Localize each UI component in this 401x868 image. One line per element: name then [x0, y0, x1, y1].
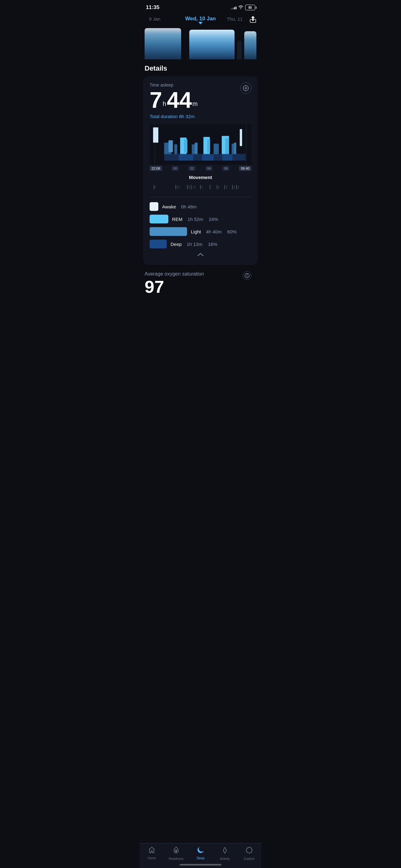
info-icon[interactable]	[243, 271, 252, 280]
oxygen-label: Average oxygen saturation	[144, 271, 204, 277]
svg-point-2	[243, 86, 248, 91]
svg-point-53	[247, 274, 247, 275]
time-asleep-value: 7 h 44 m	[149, 89, 252, 111]
svg-rect-10	[153, 127, 158, 143]
hours-unit: h	[163, 100, 166, 107]
date-prev[interactable]: 9 Jan	[149, 16, 161, 22]
svg-rect-28	[202, 155, 213, 161]
time-minutes: 44	[167, 89, 192, 111]
deep-color	[149, 240, 167, 248]
share-button[interactable]	[249, 16, 257, 25]
time-start: 22:08	[149, 166, 162, 171]
svg-rect-22	[225, 138, 229, 154]
movement-chart	[149, 183, 252, 192]
status-bar: 11:35 85	[140, 0, 261, 13]
svg-rect-27	[179, 155, 193, 161]
sleep-hypnogram-chart	[149, 124, 252, 165]
light-label: Light	[191, 229, 201, 234]
svg-rect-13	[174, 144, 177, 155]
deep-pct: 16%	[208, 242, 218, 247]
signal-icon	[231, 6, 236, 9]
settings-icon[interactable]	[240, 83, 252, 94]
time-end: 06:40	[239, 166, 252, 171]
svg-rect-17	[195, 143, 197, 155]
rem-label: REM	[172, 217, 182, 222]
chart-block-next	[244, 31, 257, 59]
time-06: 06	[222, 166, 230, 171]
stage-deep: Deep 1h 13m 16%	[149, 240, 252, 248]
divider	[149, 197, 252, 197]
battery-icon: 85	[245, 5, 255, 10]
date-indicator	[198, 22, 203, 24]
stage-rem: REM 1h 52m 24%	[149, 215, 252, 223]
svg-rect-19	[207, 140, 210, 153]
svg-rect-15	[184, 140, 188, 153]
deep-label: Deep	[170, 242, 182, 247]
time-00: 00	[171, 166, 179, 171]
time-labels: 22:08 00 02 04 06 06:40	[149, 166, 252, 171]
movement-label: Movement	[149, 175, 252, 180]
collapse-button[interactable]	[149, 252, 252, 259]
date-next[interactable]: Thu, 11	[227, 16, 243, 22]
minutes-unit: m	[192, 100, 198, 107]
awake-label: Awake	[162, 204, 176, 209]
time-04: 04	[205, 166, 213, 171]
rem-time: 1h 52m	[188, 217, 203, 222]
date-navigation: 9 Jan Wed, 10 Jan Thu, 11	[140, 13, 261, 22]
awake-time: 0h 48m	[181, 204, 197, 209]
date-current: Wed, 10 Jan	[185, 16, 216, 22]
rem-pct: 24%	[209, 217, 218, 222]
svg-rect-24	[234, 143, 236, 155]
svg-rect-12	[169, 140, 173, 152]
details-header: Details	[140, 59, 261, 76]
status-time: 11:35	[146, 4, 159, 11]
oxygen-content: Average oxygen saturation 97	[144, 271, 204, 296]
stage-light: Light 4h 40m 60%	[149, 227, 252, 236]
deep-time: 1h 13m	[187, 242, 202, 247]
light-color	[149, 227, 187, 236]
chart-block-gap	[237, 41, 242, 59]
svg-rect-20	[213, 144, 219, 155]
sleep-charts-header	[140, 22, 261, 59]
chart-block-prev	[144, 28, 181, 59]
light-pct: 60%	[227, 229, 237, 234]
sleep-card: Time asleep 7 h 44 m Total duration 8h 3…	[143, 76, 258, 265]
svg-point-1	[245, 88, 247, 89]
status-icons: 85	[231, 5, 255, 10]
stage-awake: Awake 0h 48m	[149, 202, 252, 211]
light-time: 4h 40m	[206, 229, 222, 234]
total-duration: Total duration 8h 32m	[149, 114, 252, 119]
awake-color	[149, 202, 158, 211]
sleep-stages: Awake 0h 48m REM 1h 52m 24% Light 4h 40m…	[149, 202, 252, 248]
rem-color	[149, 215, 168, 223]
time-asleep-label: Time asleep	[149, 83, 252, 88]
svg-rect-25	[240, 129, 242, 146]
svg-rect-29	[222, 155, 233, 161]
chart-block-current	[189, 30, 235, 59]
wifi-icon	[238, 5, 243, 10]
time-02: 02	[188, 166, 196, 171]
oxygen-section: Average oxygen saturation 97	[140, 265, 261, 302]
oxygen-row: Average oxygen saturation 97	[144, 271, 257, 296]
time-hours: 7	[149, 89, 162, 111]
oxygen-value: 97	[144, 278, 204, 296]
